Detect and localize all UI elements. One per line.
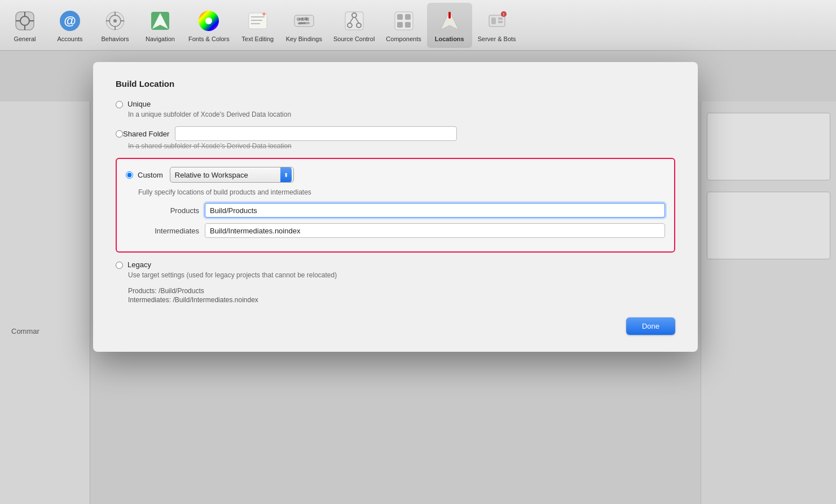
fonts-colors-label: Fonts & Colors [188,36,230,42]
legacy-products-row: Products: /Build/Products [128,287,675,295]
server-bots-label: Server & Bots [478,36,516,42]
legacy-radio[interactable] [116,262,123,269]
shared-folder-radio[interactable] [116,130,123,138]
legacy-label[interactable]: Legacy [127,260,151,269]
svg-rect-46 [448,13,451,19]
legacy-intermediates-label: Intermediates: [128,296,171,304]
text-editing-label: Text Editing [241,36,274,42]
svg-point-14 [113,19,117,23]
unique-radio[interactable] [116,101,123,108]
right-box-1 [707,113,830,180]
svg-point-18 [205,17,212,24]
done-button[interactable]: Done [626,317,675,335]
source-control-label: Source Control [333,36,375,42]
legacy-info: Products: /Build/Products Intermediates:… [128,287,675,304]
toolbar-item-behaviors[interactable]: Behaviors [93,3,138,48]
toolbar-item-locations[interactable]: Locations [427,3,472,48]
svg-text:!: ! [503,12,504,16]
custom-radio-row: Custom Relative to Workspace Absolute Re… [126,167,665,183]
shared-folder-input[interactable] [175,126,457,141]
behaviors-icon [103,8,127,33]
svg-text:option: option [298,21,306,24]
custom-dropdown-wrapper: Relative to Workspace Absolute Relative … [163,167,294,183]
right-panel [701,101,836,504]
custom-desc: Fully specify locations of build product… [138,188,665,196]
text-editing-icon [245,8,270,33]
toolbar-item-fonts-colors[interactable]: Fonts & Colors [183,3,235,48]
products-label: Products [126,206,199,215]
svg-rect-42 [397,22,403,28]
custom-dropdown[interactable]: Relative to Workspace Absolute Relative … [170,167,294,183]
svg-rect-43 [405,22,411,28]
svg-rect-41 [405,14,411,20]
products-input[interactable] [205,203,665,218]
legacy-intermediates-value: /Build/Intermediates.noindex [173,296,258,304]
legacy-desc: Use target settings (used for legacy pro… [128,271,675,279]
accounts-label: Accounts [57,36,82,42]
toolbar-item-source-control[interactable]: Source Control [328,3,380,48]
shared-folder-desc: In a shared subfolder of Xcode's Derived… [128,142,675,150]
svg-rect-49 [498,17,503,20]
svg-text:alt: alt [299,17,303,21]
toolbar-item-general[interactable]: General [2,3,47,48]
unique-label[interactable]: Unique [127,100,151,108]
fonts-colors-icon [196,8,221,33]
unique-desc: In a unique subfolder of Xcode's Derived… [128,110,675,118]
navigation-label: Navigation [146,36,175,42]
sidebar: Commar [0,101,90,504]
intermediates-label: Intermediates [126,227,199,235]
legacy-intermediates-row: Intermediates: /Build/Intermediates.noin… [128,296,675,304]
general-icon [12,8,37,33]
components-icon [391,8,416,33]
key-bindings-icon: alt ⌘ option [292,8,316,33]
source-control-icon [342,8,367,33]
modal-title: Build Location [116,79,675,89]
toolbar-item-accounts[interactable]: @ Accounts [47,3,93,48]
accounts-icon: @ [58,8,82,33]
components-label: Components [386,36,421,42]
legacy-products-label: Products: [128,287,157,295]
svg-rect-50 [498,21,503,23]
svg-rect-48 [491,17,496,24]
build-location-modal: Build Location Unique In a unique subfol… [93,62,698,352]
done-row: Done [116,317,675,335]
key-bindings-label: Key Bindings [286,36,322,42]
locations-label: Locations [435,36,464,42]
sidebar-command-label: Commar [11,327,39,335]
general-label: General [14,36,36,42]
toolbar: General @ Accounts Behaviors [0,0,836,51]
toolbar-item-components[interactable]: Components [380,3,426,48]
locations-icon [437,8,462,33]
custom-radio[interactable] [126,171,133,179]
svg-text:@: @ [64,14,76,28]
toolbar-item-server-bots[interactable]: ! Server & Bots [472,3,522,48]
toolbar-item-navigation[interactable]: Navigation [138,3,183,48]
products-field-row: Products [126,203,665,218]
legacy-products-value: /Build/Products [159,287,204,295]
shared-folder-row: Shared Folder [116,126,675,141]
svg-rect-40 [397,14,403,20]
behaviors-label: Behaviors [102,36,129,42]
legacy-radio-row: Legacy [116,260,675,269]
server-bots-icon: ! [485,8,509,33]
custom-label[interactable]: Custom [138,171,163,179]
right-box-2 [707,192,830,259]
svg-text:⌘: ⌘ [304,17,308,21]
intermediates-field-row: Intermediates [126,223,665,238]
intermediates-input[interactable] [205,223,665,238]
custom-section: Custom Relative to Workspace Absolute Re… [116,158,675,253]
toolbar-item-text-editing[interactable]: Text Editing [235,3,280,48]
toolbar-item-key-bindings[interactable]: alt ⌘ option Key Bindings [280,3,328,48]
shared-folder-label[interactable]: Shared Folder [123,130,169,138]
navigation-icon [148,8,173,33]
legacy-section: Legacy Use target settings (used for leg… [116,260,675,304]
unique-radio-row: Unique [116,100,675,108]
